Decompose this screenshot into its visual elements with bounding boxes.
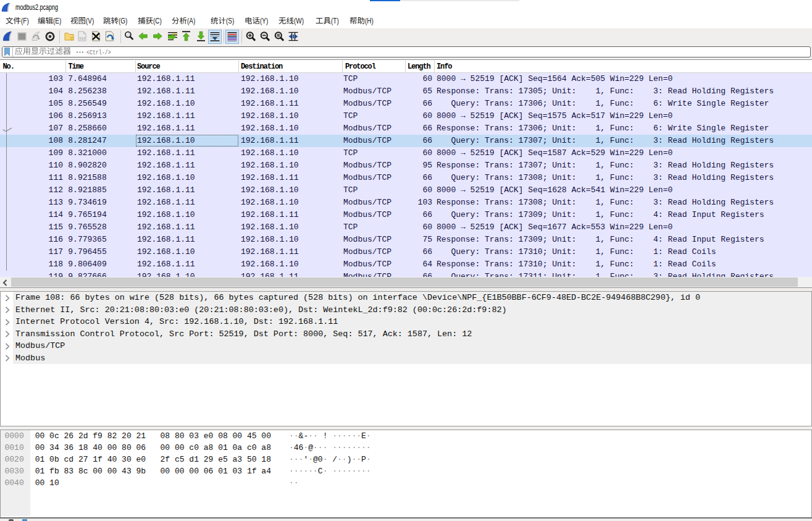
- svg-text:010: 010: [79, 36, 85, 41]
